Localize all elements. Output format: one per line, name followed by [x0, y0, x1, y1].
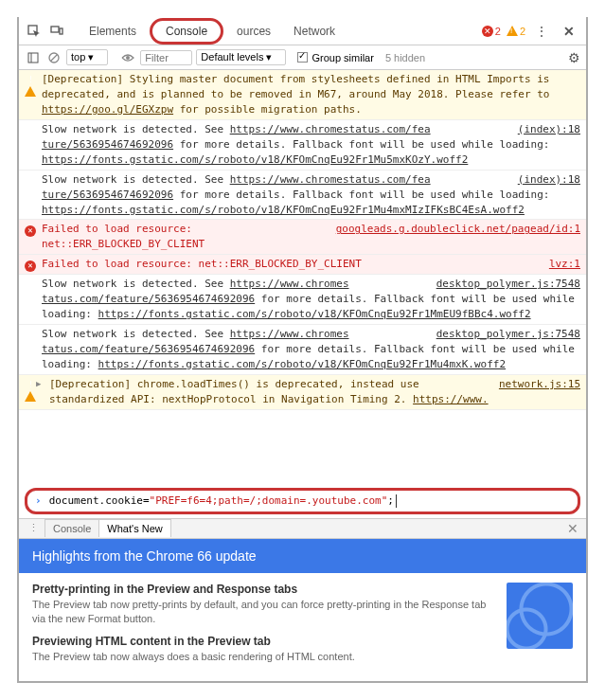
- console-message: Slow network is detected. See https://ww…: [19, 325, 586, 375]
- disclosure-triangle-icon[interactable]: ▶: [36, 378, 41, 390]
- context-selector[interactable]: top ▾: [66, 49, 108, 65]
- svg-rect-3: [28, 53, 38, 63]
- console-prompt[interactable]: › document.cookie="PREF=f6=4;path=/;doma…: [25, 488, 580, 514]
- source-link[interactable]: (index):18: [518, 122, 580, 137]
- drawer-close-icon[interactable]: ✕: [560, 521, 586, 536]
- tab-sources[interactable]: ources: [227, 19, 280, 44]
- url-link[interactable]: https://www.chromes: [230, 328, 349, 340]
- hidden-count[interactable]: 5 hidden: [385, 52, 425, 63]
- url-link[interactable]: https://fonts.gstatic.com/s/roboto/v18/K…: [98, 358, 506, 370]
- more-menu-icon[interactable]: ⋮: [529, 24, 554, 39]
- url-link[interactable]: tatus.com/feature/5636954674692096: [42, 293, 255, 305]
- url-link[interactable]: ture/5636954674692096: [42, 188, 173, 201]
- clear-console-icon[interactable]: [45, 49, 62, 66]
- svg-rect-2: [60, 28, 62, 34]
- warning-count-badge[interactable]: 2: [507, 26, 525, 37]
- whatsnew-para-2: The Preview tab now always does a basic …: [32, 650, 495, 664]
- highlights-banner: Highlights from the Chrome 66 update: [19, 539, 586, 573]
- drawer-tab-console[interactable]: Console: [44, 519, 99, 537]
- url-link[interactable]: https://fonts.gstatic.com/s/roboto/v18/K…: [42, 153, 468, 166]
- log-levels-selector[interactable]: Default levels ▾: [196, 49, 286, 65]
- url-link[interactable]: https://fonts.gstatic.com/s/roboto/v18/K…: [42, 204, 525, 216]
- console-message: ✕lvz:1Failed to load resource: net::ERR_…: [19, 255, 586, 275]
- url-link[interactable]: https://www.chromestatus.com/fea: [230, 123, 431, 135]
- console-message: [Deprecation] Styling master document fr…: [19, 70, 586, 120]
- device-icon[interactable]: [47, 22, 66, 41]
- console-message: ▶network.js:15[Deprecation] chrome.loadT…: [19, 375, 586, 410]
- tab-console[interactable]: Console: [150, 18, 223, 45]
- console-message: Slow network is detected. See https://ww…: [19, 120, 586, 171]
- url-link[interactable]: https://fonts.gstatic.com/s/roboto/v18/K…: [98, 308, 531, 320]
- devtools-tabbar: Elements Console ources Network ✕2 2 ⋮ ✕: [19, 17, 586, 45]
- tab-elements[interactable]: Elements: [80, 19, 146, 44]
- error-icon: ✕: [25, 258, 37, 270]
- drawer-tabbar: ⋮ Console What's New ✕: [19, 518, 586, 539]
- close-devtools-icon[interactable]: ✕: [558, 24, 580, 39]
- whatsnew-heading-1: Pretty-printing in the Preview and Respo…: [32, 583, 495, 596]
- filter-input[interactable]: [140, 50, 192, 65]
- error-icon: ✕: [25, 223, 37, 235]
- console-messages: [Deprecation] Styling master document fr…: [19, 70, 586, 484]
- whatsnew-illustration: [507, 583, 573, 649]
- warning-icon: [25, 73, 37, 85]
- inspect-icon[interactable]: [25, 22, 44, 41]
- svg-point-7: [126, 56, 130, 60]
- console-message: ✕googleads.g.doubleclick.net/pagead/id:1…: [19, 220, 586, 255]
- console-toolbar: top ▾ Default levels ▾ Group similar 5 h…: [19, 45, 586, 70]
- source-link[interactable]: lvz:1: [549, 257, 580, 272]
- source-link[interactable]: (index):18: [518, 172, 580, 188]
- svg-line-6: [51, 54, 58, 61]
- error-count-badge[interactable]: ✕2: [482, 26, 501, 37]
- live-expression-icon[interactable]: [119, 49, 136, 66]
- tab-network[interactable]: Network: [284, 19, 345, 44]
- sidebar-toggle-icon[interactable]: [25, 49, 42, 66]
- url-link[interactable]: https://www.: [413, 393, 488, 405]
- group-similar-label: Group similar: [311, 52, 373, 63]
- prompt-input[interactable]: document.cookie="PREF=f6=4;path=/;domain…: [49, 494, 397, 508]
- url-link[interactable]: https://www.chromestatus.com/fea: [230, 173, 431, 186]
- console-message: Slow network is detected. See https://ww…: [19, 275, 586, 325]
- console-message: Slow network is detected. See https://ww…: [19, 171, 586, 221]
- svg-rect-1: [51, 27, 59, 32]
- url-link[interactable]: tatus.com/feature/5636954674692096: [42, 343, 255, 355]
- console-settings-icon[interactable]: ⚙: [568, 50, 580, 65]
- url-link[interactable]: https://www.chromes: [230, 278, 349, 290]
- source-link[interactable]: desktop_polymer.js:7548: [436, 277, 580, 292]
- whatsnew-content: Pretty-printing in the Preview and Respo…: [19, 573, 586, 681]
- group-similar-checkbox[interactable]: [297, 52, 308, 63]
- url-link[interactable]: ture/5636954674692096: [42, 138, 173, 151]
- whatsnew-para-1: The Preview tab now pretty-prints by def…: [32, 598, 495, 627]
- source-link[interactable]: googleads.g.doubleclick.net/pagead/id:1: [336, 222, 580, 237]
- drawer-tab-whatsnew[interactable]: What's New: [98, 519, 170, 537]
- prompt-chevron-icon: ›: [35, 494, 42, 507]
- whatsnew-heading-2: Previewing HTML content in the Preview t…: [32, 635, 495, 648]
- source-link[interactable]: network.js:15: [499, 377, 580, 392]
- source-link[interactable]: desktop_polymer.js:7548: [436, 327, 580, 342]
- drawer-menu-icon[interactable]: ⋮: [23, 522, 44, 534]
- url-link[interactable]: https://goo.gl/EGXzpw: [42, 103, 173, 116]
